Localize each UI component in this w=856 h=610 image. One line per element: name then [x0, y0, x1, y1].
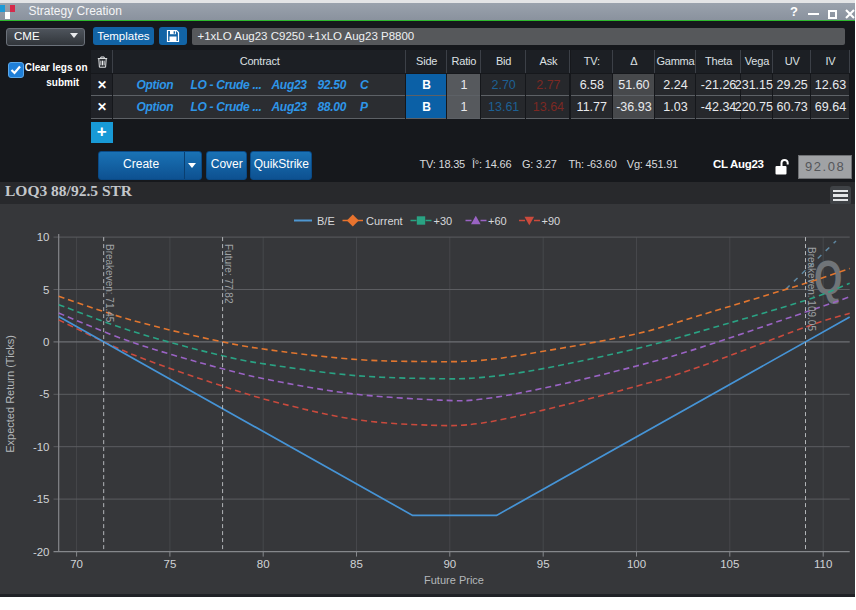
- svg-text:+60: +60: [488, 215, 507, 227]
- svg-text:95: 95: [537, 558, 550, 570]
- svg-text:5: 5: [43, 284, 49, 296]
- svg-text:Future: 77.82: Future: 77.82: [223, 244, 234, 304]
- svg-text:+30: +30: [434, 215, 453, 227]
- svg-text:-20: -20: [33, 546, 50, 558]
- svg-text:75: 75: [164, 558, 177, 570]
- svg-text:B/E: B/E: [317, 215, 335, 227]
- svg-text:85: 85: [350, 558, 363, 570]
- svg-text:10: 10: [37, 231, 50, 243]
- svg-text:-5: -5: [39, 388, 49, 400]
- svg-text:70: 70: [70, 558, 83, 570]
- svg-text:Breakeven: 109.05: Breakeven: 109.05: [806, 247, 817, 331]
- svg-text:Future Price: Future Price: [424, 574, 484, 586]
- svg-text:105: 105: [720, 558, 739, 570]
- svg-text:100: 100: [627, 558, 646, 570]
- svg-text:-10: -10: [33, 441, 50, 453]
- svg-text:Expected Return (Ticks): Expected Return (Ticks): [4, 335, 16, 453]
- svg-text:0: 0: [43, 336, 49, 348]
- svg-text:90: 90: [443, 558, 456, 570]
- svg-text:Current: Current: [366, 215, 403, 227]
- svg-text:110: 110: [814, 558, 832, 570]
- svg-text:+90: +90: [542, 215, 561, 227]
- svg-text:80: 80: [257, 558, 270, 570]
- svg-text:-15: -15: [33, 493, 50, 505]
- svg-text:Breakeven: 71.45: Breakeven: 71.45: [104, 244, 115, 323]
